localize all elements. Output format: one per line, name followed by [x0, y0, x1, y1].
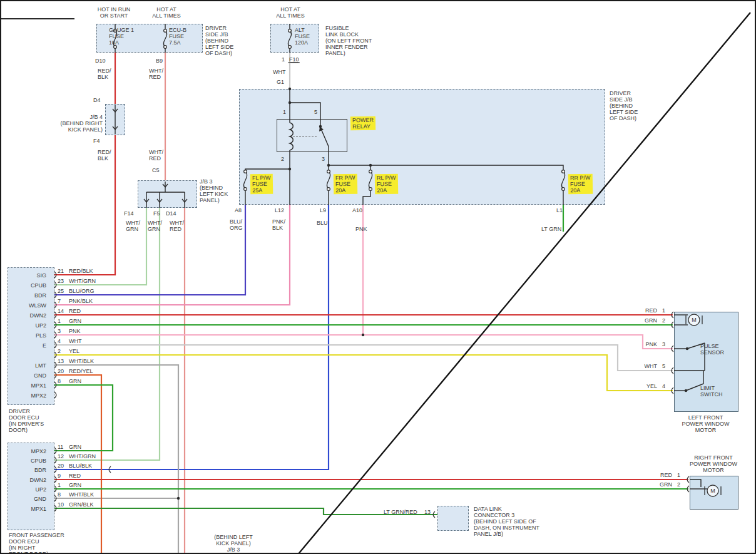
passenger_ecu-pin-name: BDR — [10, 467, 46, 473]
passenger_ecu-wire-color: GRN/BLK — [69, 501, 94, 508]
connector-c5: C5 — [152, 167, 160, 173]
fr-pw-fuse-element — [327, 172, 330, 189]
rf-motor-lead-red — [690, 480, 701, 487]
passenger_ecu-pin-name: GND — [10, 496, 46, 502]
driver_ecu-wire-color: YEL — [69, 348, 79, 354]
rf-motor-note: RIGHT FRONT POWER WINDOW MOTOR — [681, 454, 746, 473]
driver_ecu-pin-number: 20 — [58, 368, 68, 374]
connector-f5: F5 — [153, 210, 160, 217]
driver_ecu-pin-number: 21 — [58, 268, 68, 274]
rf-motor-pin-number: 1 — [677, 472, 686, 478]
connector-d10: D10 — [95, 58, 106, 64]
junction-dot — [369, 164, 372, 167]
lf-motor-pin-number: 5 — [662, 363, 671, 369]
wire-pnk-blk-label: PNK/ BLK — [272, 218, 285, 231]
wire-yel-to-limit-switch — [54, 355, 673, 391]
left-front-motor-symbol-letter: M — [692, 317, 697, 323]
passenger_ecu-pin-name: DWN2 — [10, 477, 46, 483]
fr-fuse-label: FR P/W FUSE 20A — [334, 174, 357, 195]
driver-ecu-note: DRIVER DOOR ECU (IN DRIVER'S DOOR) — [9, 408, 44, 433]
relay-switch-arm — [321, 129, 329, 152]
driver_ecu-pin-name: LMT — [10, 362, 46, 369]
passenger_ecu-pin-name: CPUB — [10, 458, 46, 464]
driver_ecu-pin-number: 8 — [58, 378, 68, 384]
driver_ecu-wire-color: PNK — [69, 328, 81, 334]
driver_ecu-pin-number: 4 — [58, 338, 68, 344]
driver_ecu-pin-number: 3 — [58, 328, 68, 334]
driver_ecu-pin-number: 23 — [58, 278, 68, 284]
wire-pnk-pls-to-pulse-sensor — [54, 335, 673, 349]
wire-wht-label: WHT — [273, 69, 286, 75]
wire-wht-red-label-3: WHT/ RED — [170, 220, 184, 232]
connector-f10: F10 — [289, 56, 299, 63]
relay-pin-2: 2 — [281, 156, 284, 162]
fusible-link-note: FUSIBLE LINK BLOCK (ON LEFT FRONT INNER … — [325, 25, 372, 56]
passenger_ecu-wire-color: WHT/BLK — [69, 491, 94, 498]
junction-dot — [686, 347, 688, 350]
driver_ecu-wire-color: GRN — [69, 378, 81, 384]
jb3-note: J/B 3 (BEHIND LEFT KICK PANEL) — [200, 178, 228, 203]
rl-pw-fuse-terminal — [369, 170, 372, 173]
junction-dot — [177, 497, 180, 500]
driver_ecu-pin-bracket — [54, 392, 56, 398]
wire-wht-red-label-1: WHT/ RED — [149, 68, 163, 80]
passenger_ecu-pin-number: 8 — [58, 491, 68, 498]
passenger_ecu-wire-color: GRN — [69, 444, 81, 450]
wire-red-blk-label-1: RED/ BLK — [98, 68, 111, 80]
f10-pin-number: 1 — [282, 56, 285, 63]
driver_ecu-wire-color: PNK/BLK — [69, 298, 93, 304]
power-relay-label: POWER RELAY — [350, 116, 375, 131]
passenger_ecu-pin-name: MPX1 — [10, 506, 46, 512]
passenger_ecu-wire-color: BLU/BLK — [69, 463, 92, 469]
fl-pw-fuse-element — [243, 172, 247, 189]
jb-fuse-bus — [329, 165, 563, 172]
connector-a10: A10 — [352, 207, 362, 213]
driver_ecu-pin-name: SIG — [10, 272, 46, 279]
junction-dot — [289, 101, 291, 104]
driver_ecu-wire-color: GRN — [69, 318, 81, 324]
wire-grn-blk-mpx1-to-dlc — [54, 508, 437, 515]
connector-l9: L9 — [320, 207, 326, 213]
driver_ecu-pin-name: DWN2 — [10, 312, 46, 319]
driver_ecu-pin-name: WLSW — [10, 302, 46, 309]
hot-in-run-label: HOT IN RUN OR START — [89, 6, 139, 19]
driver_ecu-pin-number: 7 — [58, 298, 68, 304]
wire-blu-label: BLU — [317, 220, 328, 226]
driver_ecu-pin-name: PLS — [10, 332, 46, 339]
passenger_ecu-pin-number: 20 — [58, 463, 68, 469]
driver_ecu-wire-color: RED — [69, 308, 81, 314]
wire-wht-grn-label-2: WHT/ GRN — [148, 220, 162, 232]
fr-pw-fuse-terminal — [327, 188, 330, 191]
passenger_ecu-pin-number: 10 — [58, 501, 68, 508]
dlc-wire-label: LT GRN/RED — [384, 509, 417, 515]
driver_ecu-wire-color: WHT — [69, 338, 82, 344]
passenger_ecu-wire-color: WHT/GRN — [69, 453, 96, 459]
ecub-fuse-terminal — [164, 46, 167, 49]
passenger-ecu-note: FRONT PASSENGER DOOR ECU (IN RIGHT FRONT… — [9, 532, 64, 554]
bottom-jb3-note: (BEHIND LEFT KICK PANEL) J/B 3 — [208, 534, 259, 553]
lf-motor-pin-color: YEL — [630, 383, 657, 389]
wire-blu-l9-to-passenger-bdr — [54, 205, 329, 469]
wires-layer: MM — [1, 1, 756, 554]
driver_ecu-pin-name: MPX2 — [10, 392, 46, 399]
dlc-pin-number: 13 — [424, 509, 431, 515]
passenger_ecu-pin-name: UP2 — [10, 486, 46, 493]
connector-l12: L12 — [275, 207, 284, 213]
rl-fuse-label: RL P/W FUSE 20A — [375, 174, 398, 195]
driver_ecu-wire-color: BLU/ORG — [69, 288, 94, 294]
passenger_ecu-wire-color: GRN — [69, 482, 81, 488]
connector-f4: F4 — [93, 138, 100, 144]
hot-at-all-times-label-2: HOT AT ALL TIMES — [268, 6, 312, 19]
gauge1-fuse-terminal — [114, 46, 117, 49]
fl-pw-fuse-terminal — [244, 170, 247, 173]
relay-pin-1: 1 — [283, 109, 286, 115]
relay-coil — [290, 123, 293, 150]
passenger_ecu-pin-number: 1 — [58, 482, 68, 488]
rf-motor-pin-number: 2 — [677, 481, 686, 488]
relay-pin-3: 3 — [322, 156, 325, 162]
driver-jb-note-main: DRIVER SIDE J/B (BEHIND LEFT SIDE OF DAS… — [610, 90, 638, 121]
ecub-fuse-terminal — [164, 29, 167, 33]
driver_ecu-wire-color: RED/YEL — [69, 368, 93, 374]
connector-d4: D4 — [93, 97, 101, 103]
wire-blu-org-label: BLU/ ORG — [230, 218, 243, 231]
